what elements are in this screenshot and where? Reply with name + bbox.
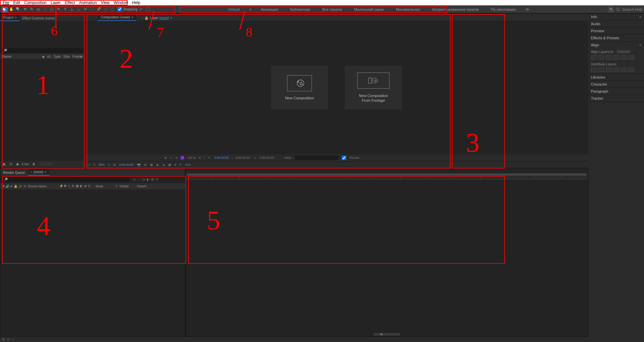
- tab-layer[interactable]: × 🔒 Layer (none) ≡: [139, 15, 175, 21]
- tl-opt5-icon[interactable]: ⊞: [151, 177, 154, 182]
- search-help[interactable]: Search Help: [616, 7, 643, 11]
- project-search[interactable]: 🔎: [1, 48, 84, 53]
- tl-opt3-icon[interactable]: ⇲: [142, 177, 145, 182]
- tab-timeline-close-icon[interactable]: ×: [31, 170, 32, 174]
- type-tool-icon[interactable]: T: [62, 6, 68, 12]
- ftr2-3d-icon[interactable]: ◈: [163, 163, 165, 166]
- unified-camera-icon[interactable]: ▭: [35, 6, 41, 12]
- ftr2-grid-icon[interactable]: ⊞: [144, 163, 147, 166]
- comp-render-checkbox[interactable]: [342, 156, 346, 160]
- delete-icon[interactable]: 🗑: [31, 162, 36, 166]
- panel-preview[interactable]: Preview: [588, 28, 644, 34]
- sync-settings-icon[interactable]: ⇆: [608, 7, 613, 12]
- orbit-camera-icon[interactable]: ⟲: [22, 6, 28, 12]
- menu-help[interactable]: Help: [130, 0, 142, 5]
- col-type[interactable]: Type: [53, 55, 61, 58]
- comp2-val[interactable]: 0: [175, 163, 176, 166]
- workspace-small-screen[interactable]: Маленький экран: [351, 7, 386, 11]
- dist-3-icon[interactable]: [606, 67, 612, 72]
- col-mode[interactable]: Mode: [96, 185, 103, 188]
- menu-composition[interactable]: Composition: [22, 0, 49, 5]
- comp2-tc[interactable]: 0:00:00:00: [119, 163, 134, 166]
- color-swatch-purple-icon[interactable]: [181, 156, 184, 159]
- pan-behind-tool-icon[interactable]: ⬚: [42, 6, 48, 12]
- align-left-icon[interactable]: [591, 55, 597, 60]
- align-vcenter-icon[interactable]: [620, 55, 627, 60]
- ftr2-res-icon[interactable]: ⊞: [113, 163, 116, 166]
- ftr2-roi-icon[interactable]: ▣: [168, 163, 171, 166]
- tab-timeline-none[interactable]: × (none) ≡: [28, 169, 49, 176]
- ftr2-mask-icon[interactable]: ▭: [87, 163, 90, 166]
- tab-timeline-menu-icon[interactable]: ≡: [45, 170, 47, 174]
- col-3d-icon[interactable]: ◈: [84, 184, 87, 189]
- dist-2-icon[interactable]: [598, 67, 604, 72]
- ftr2-cam-icon[interactable]: 📷: [137, 163, 141, 166]
- chevron-down-icon[interactable]: ▾: [94, 163, 95, 166]
- align-top-icon[interactable]: [613, 55, 619, 60]
- interpret-footage-icon[interactable]: ▦: [2, 162, 6, 166]
- dist-1-icon[interactable]: [591, 67, 597, 72]
- tab-project-menu-icon[interactable]: ≡: [15, 16, 17, 19]
- timeline-zoom-slider[interactable]: [373, 333, 400, 336]
- ftr2-guides-icon[interactable]: ▦: [150, 163, 153, 166]
- col-trkmat[interactable]: TrkMat: [119, 185, 129, 188]
- tab-project[interactable]: Project ≡: [0, 15, 19, 21]
- align-to-dropdown[interactable]: Selection: [616, 50, 631, 54]
- col-label-icon[interactable]: 🏷: [19, 185, 22, 188]
- chevron-down-icon[interactable]: ▾: [108, 163, 110, 166]
- snap-opt2-icon[interactable]: ⛶: [144, 6, 150, 12]
- lock-icon[interactable]: 🔒: [144, 16, 148, 20]
- comp-tc-dur[interactable]: 0:00:01:00: [260, 156, 274, 159]
- panel-audio[interactable]: Audio: [588, 20, 644, 27]
- roto-brush-icon[interactable]: ⟋: [89, 6, 95, 12]
- tl-opt6-icon[interactable]: ⟳: [155, 177, 158, 182]
- align-right-icon[interactable]: [606, 55, 612, 60]
- workspace-default-ru[interactable]: По умолчанию: [488, 7, 518, 11]
- panel-align[interactable]: Align≡: [588, 42, 644, 48]
- col-audio-icon[interactable]: 🔊: [6, 185, 9, 188]
- col-label-icon[interactable]: ◆: [42, 55, 45, 58]
- project-slider[interactable]: [39, 162, 53, 166]
- comp2-offset[interactable]: +0,0: [185, 163, 191, 166]
- col-number[interactable]: #: [24, 185, 26, 188]
- new-folder-icon[interactable]: 🗀: [8, 162, 13, 166]
- menu-view[interactable]: View: [99, 0, 112, 5]
- pen-tool-icon[interactable]: ✎: [55, 6, 61, 12]
- flowchart-icon[interactable]: ⇲: [80, 55, 82, 58]
- status-icon-2[interactable]: ⊙: [7, 338, 10, 341]
- col-name[interactable]: Name: [2, 55, 39, 58]
- tl-opt2-icon[interactable]: ⬚: [137, 177, 141, 182]
- col-source-name[interactable]: Source Name: [28, 185, 55, 188]
- col-parent[interactable]: Parent: [137, 185, 146, 188]
- workspace-minimal[interactable]: Минимальная: [393, 7, 423, 11]
- workspace-libraries[interactable]: Библиотеки: [287, 7, 313, 11]
- bpc-indicator[interactable]: 8 bpc: [22, 162, 29, 166]
- col-frame-blend-icon[interactable]: ＼: [67, 184, 71, 189]
- timeline-ruler[interactable]: [186, 173, 588, 180]
- tab-layer-menu-icon[interactable]: ≡: [170, 16, 172, 20]
- workspace-all-panels[interactable]: Все панели: [320, 7, 344, 11]
- panel-effects-presets[interactable]: Effects & Presets: [588, 35, 644, 41]
- panel-paragraph[interactable]: Paragraph: [588, 88, 644, 95]
- eraser-tool-icon[interactable]: ✐: [82, 6, 88, 12]
- panel-libraries[interactable]: Libraries: [588, 74, 644, 81]
- col-tag-icon[interactable]: 🏷: [47, 55, 51, 58]
- timeline-search[interactable]: 🔎: [2, 177, 129, 182]
- timecode-icon[interactable]: ⏲: [208, 156, 211, 159]
- col-size[interactable]: Size: [63, 55, 70, 58]
- menu-animation[interactable]: Animation: [77, 0, 99, 5]
- menu-effect[interactable]: Effect: [63, 0, 77, 5]
- chevron-down-icon[interactable]: ▾: [199, 156, 201, 159]
- menu-window[interactable]: Window: [111, 0, 130, 5]
- col-aa-icon[interactable]: ◐: [80, 184, 83, 189]
- dist-6-icon[interactable]: [628, 67, 634, 72]
- color-swatch-red-icon[interactable]: ■: [170, 156, 172, 159]
- timeline-track-area[interactable]: [185, 168, 588, 337]
- panel-character[interactable]: Character: [588, 81, 644, 88]
- clone-stamp-icon[interactable]: ⟐: [76, 6, 82, 12]
- comp-zoom-value[interactable]: 100 %: [187, 156, 196, 159]
- dist-4-icon[interactable]: [613, 67, 619, 72]
- tab-composition[interactable]: Composition (none) ≡: [98, 14, 136, 21]
- col-mb-icon[interactable]: ▦: [76, 184, 79, 189]
- new-composition-from-footage-button[interactable]: New Composition From Footage: [345, 66, 402, 109]
